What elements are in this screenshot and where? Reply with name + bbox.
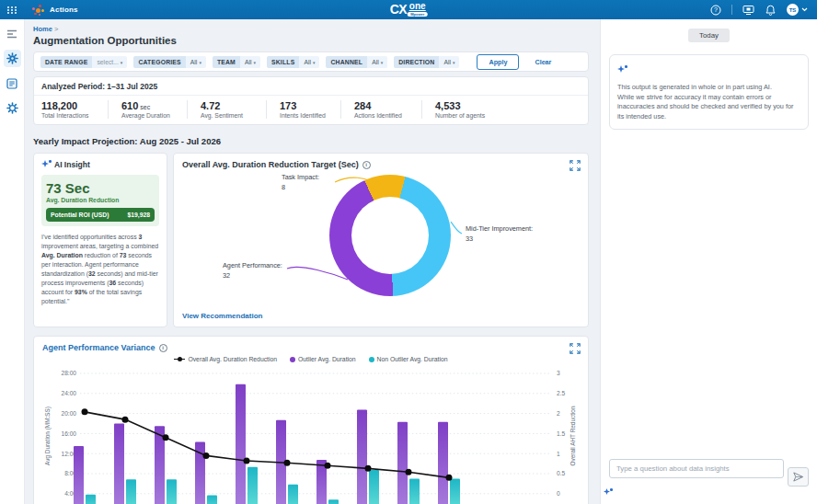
ai-insight-body: I've identified opportunities across 3 i… [41, 233, 159, 306]
today-badge: Today [688, 29, 730, 42]
roi-value: $19,928 [127, 212, 150, 218]
chevron-down-icon: ▾ [199, 60, 201, 65]
topbar-divider [731, 5, 732, 15]
metric-label: Actions Identified [354, 112, 421, 119]
send-button[interactable] [788, 467, 809, 487]
donut-chart[interactable] [329, 175, 451, 296]
metric-average-duration: 610 secAverage Duration [108, 100, 187, 119]
ai-insight-card: AI Insight 73 Sec Avg. Duration Reductio… [33, 153, 167, 327]
nav-automation-icon[interactable] [4, 50, 21, 67]
filter-bar: DATE RANGEselect...▾CATEGORIESAll▾TEAMAl… [33, 52, 589, 72]
metric-value: 173 [280, 100, 340, 111]
chat-question-input[interactable] [609, 459, 784, 478]
metric-label: Number of agents [435, 112, 559, 119]
expand-icon[interactable] [570, 160, 581, 171]
legend-non-outlier-avg-duration[interactable]: Non Outlier Avg. Duration [369, 356, 448, 362]
breadcrumb-separator: > [54, 25, 58, 33]
filter-value[interactable]: All▾ [299, 56, 319, 68]
donut-label-mid-tier-improvement: Mid-Tier Improvement:33 [466, 224, 533, 245]
svg-text:2: 2 [557, 410, 560, 417]
filter-chips: DATE RANGEselect...▾CATEGORIESAll▾TEAMAl… [40, 56, 459, 68]
roi-pill: Potential ROI (USD) $19,928 [46, 208, 155, 222]
help-icon[interactable]: ? [709, 4, 721, 16]
app-launcher-button[interactable] [0, 6, 25, 14]
donut-label-task-impact: Task Impact:8 [282, 173, 319, 193]
duration-target-card: Overall Avg. Duration Reduction Target (… [173, 153, 589, 327]
filter-direction[interactable]: DIRECTIONAll▾ [394, 56, 459, 68]
metric-label: Intents Identified [280, 112, 340, 119]
legend-label: Overall Avg. Duration Reduction [188, 356, 277, 362]
ai-chat-panel: Today This output is generated in whole … [600, 19, 817, 504]
avatar: TS [787, 4, 799, 16]
filter-team[interactable]: TEAMAll▾ [213, 56, 260, 68]
filter-label: TEAM [213, 56, 240, 68]
chevron-down-icon: ▾ [313, 60, 316, 65]
svg-text:1: 1 [557, 451, 560, 457]
svg-text:16:00: 16:00 [61, 430, 76, 437]
agent-performance-variance-card: Agent Performance Variance i Overall Avg… [33, 336, 589, 504]
metric-avg.-sentiment: 4.72Avg. Sentiment [187, 100, 266, 119]
svg-text:28:00: 28:00 [61, 370, 76, 376]
notifications-bell-icon[interactable] [765, 4, 777, 16]
filter-channel[interactable]: CHANNELAll▾ [326, 56, 387, 68]
breadcrumb: Home > [33, 25, 600, 33]
app-title: Actions [50, 6, 78, 14]
ai-disclaimer-card: This output is generated in whole or in … [609, 54, 809, 130]
view-recommendation-link[interactable]: View Recommendation [182, 312, 262, 320]
duration-reduction-label: Avg. Duration Reduction [46, 197, 155, 203]
chevron-down-icon: ▾ [381, 60, 384, 65]
logo-cx-text: CX [390, 2, 407, 17]
page-title: Augmentation Opportunities [33, 35, 600, 46]
ai-sparkle-icon [617, 65, 627, 74]
info-icon[interactable]: i [362, 161, 371, 169]
legend-outlier-avg-duration[interactable]: Outlier Avg. Duration [290, 356, 356, 362]
metric-value: 610 sec [121, 100, 187, 111]
ai-insight-highlight: 73 Sec Avg. Duration Reduction Potential… [41, 175, 159, 226]
clear-button[interactable]: Clear [535, 58, 551, 66]
variance-chart-svg: 28:00324:002.520:00216:001.512:0018:000.… [42, 364, 581, 504]
send-plane-icon [792, 472, 804, 482]
svg-text:1.5: 1.5 [557, 430, 565, 437]
variance-chart[interactable]: 28:00324:002.520:00216:001.512:0018:000.… [42, 364, 580, 504]
metric-total-interactions: 118,200Total Interactions [34, 100, 108, 119]
nav-menu-icon[interactable] [4, 25, 21, 42]
filter-skills[interactable]: SKILLSAll▾ [267, 56, 319, 68]
legend-overall-avg-duration-reduction[interactable]: Overall Avg. Duration Reduction [174, 356, 277, 362]
breadcrumb-home-link[interactable]: Home [33, 25, 52, 33]
filter-value[interactable]: select...▾ [92, 56, 127, 68]
info-icon[interactable]: i [159, 344, 167, 352]
filter-categories[interactable]: CATEGORIESAll▾ [133, 56, 206, 68]
donut-card-title: Overall Avg. Duration Reduction Target (… [182, 160, 359, 169]
metric-value: 284 [354, 100, 421, 111]
svg-text:Avg Duration (MM:SS): Avg Duration (MM:SS) [44, 407, 52, 465]
svg-text:2.5: 2.5 [557, 390, 565, 396]
expand-icon[interactable] [570, 343, 581, 354]
filter-value[interactable]: All▾ [186, 56, 206, 68]
chevron-down-icon [801, 7, 808, 12]
donut-label-agent-performance: Agent Performance:32 [223, 261, 282, 281]
filter-label: SKILLS [267, 56, 299, 68]
nav-settings-gear-icon[interactable] [4, 99, 21, 117]
user-menu[interactable]: TS [787, 4, 808, 16]
nav-report-icon[interactable] [4, 74, 21, 92]
legend-label: Outlier Avg. Duration [298, 356, 356, 362]
filter-date-range[interactable]: DATE RANGEselect...▾ [40, 56, 127, 68]
chevron-down-icon: ▾ [254, 60, 257, 65]
svg-text:20:00: 20:00 [61, 410, 76, 417]
metric-label: Total Interactions [41, 112, 108, 119]
cxone-logo: CX one Mpower [390, 2, 428, 17]
filter-value[interactable]: All▾ [240, 56, 260, 68]
variance-card-title: Agent Performance Variance [42, 343, 155, 352]
metric-label: Avg. Sentiment [201, 112, 266, 119]
agent-console-icon[interactable] [742, 4, 754, 16]
filter-value[interactable]: All▾ [439, 56, 459, 68]
line-marker-icon [174, 356, 185, 362]
analyzed-period-title: Analyzed Period: 1–31 Jul 2025 [34, 77, 588, 96]
roi-label: Potential ROI (USD) [51, 212, 109, 218]
apply-button[interactable]: Apply [477, 54, 519, 70]
svg-text:Overall AHT Reduction: Overall AHT Reduction [570, 406, 576, 465]
logo-one-text: one [409, 2, 426, 11]
chart-legend: Overall Avg. Duration ReductionOutlier A… [42, 356, 580, 362]
filter-value[interactable]: All▾ [367, 56, 387, 68]
dot-marker-icon [369, 357, 374, 362]
